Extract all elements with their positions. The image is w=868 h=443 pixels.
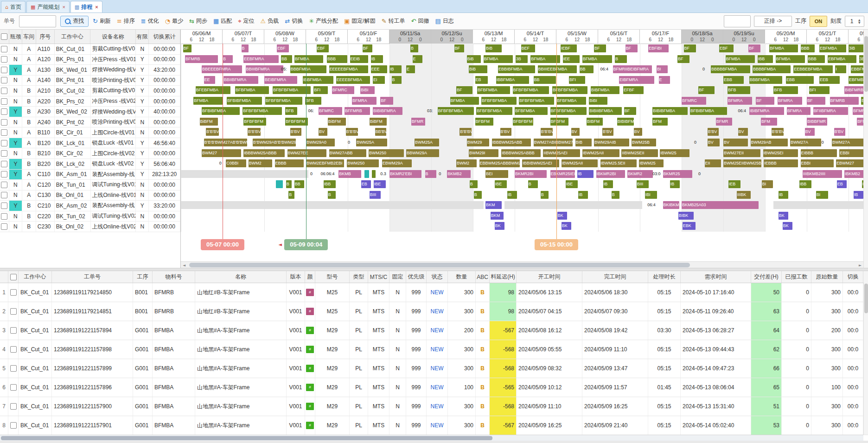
gantt-bar[interactable]: EBFiBI bbox=[648, 44, 669, 52]
gantt-bar[interactable]: BFMRA bbox=[787, 107, 811, 115]
gantt-bar[interactable]: BWM29AB bbox=[751, 139, 788, 146]
gantt-bar[interactable]: B bbox=[615, 55, 627, 63]
gantt-bar[interactable]: BK bbox=[557, 212, 568, 220]
gantt-bar[interactable]: IIBWM25EII bbox=[621, 149, 657, 157]
gantt-bar[interactable]: BBB bbox=[327, 55, 347, 63]
gantt-bar[interactable]: BF bbox=[684, 44, 696, 52]
gantt-bar[interactable]: BFMRC bbox=[332, 86, 355, 94]
gantt-bar[interactable]: BFBFMBA bbox=[556, 97, 586, 105]
gantt-bar[interactable]: IEE bbox=[563, 55, 580, 63]
gantt-bar[interactable]: BFBFBFMBA bbox=[476, 107, 512, 115]
gantt-bar[interactable]: BFMRA bbox=[728, 97, 752, 105]
machine-row[interactable]: NAA120BK_Prs_01冲压Press -线V01Y00:00:00 bbox=[0, 55, 180, 65]
table-row[interactable]: 4BK_Cut_011236891191221157898G001BFMBA山地… bbox=[0, 340, 868, 359]
machine-row[interactable]: YBB220BK_Lck_02锁盘Luck -线V02Y56:06:40 bbox=[0, 159, 180, 170]
gantt-bar[interactable]: BBIIIEEBFMBA bbox=[538, 65, 577, 73]
gantt-bar[interactable]: BiBFM bbox=[328, 118, 346, 126]
machine-row[interactable]: YAC110BK_Asm_01装配Assembly-线Y282:13:20 bbox=[0, 170, 180, 180]
gantt-bar[interactable]: BWM25B bbox=[632, 139, 656, 146]
gantt-bar[interactable]: BFMR bbox=[853, 107, 863, 115]
detail-v-scrollbar-thumb[interactable] bbox=[864, 284, 868, 313]
gantt-bar[interactable]: BFBFBFMBA bbox=[552, 86, 587, 94]
gantt-bar[interactable]: BI bbox=[762, 180, 773, 188]
gantt-bar[interactable]: BK bbox=[779, 212, 789, 220]
gantt-bar[interactable]: BFMRC bbox=[682, 97, 706, 105]
gantt-v-scrollbar-thumb[interactable] bbox=[864, 36, 868, 92]
gantt-bar[interactable]: BiBI bbox=[589, 97, 607, 105]
toolbar-right-input[interactable] bbox=[724, 15, 751, 27]
gantt-bar[interactable]: E bbox=[406, 65, 415, 73]
machine-row[interactable]: NBC220BK_Tun_02调试Tuning-线V02N00:00:00 bbox=[0, 211, 180, 222]
row-checkbox[interactable] bbox=[10, 327, 17, 334]
gantt-bar[interactable]: BI bbox=[816, 191, 828, 199]
gantt-bar[interactable]: EBBB bbox=[275, 159, 304, 167]
gantt-bar[interactable] bbox=[364, 170, 369, 178]
gantt-bar[interactable]: BFI bbox=[313, 86, 328, 94]
gantt-bar[interactable]: BBBFMBA bbox=[749, 76, 782, 84]
gantt-bar[interactable]: BIBBFMR bbox=[807, 118, 827, 126]
row-checkbox[interactable] bbox=[1, 140, 7, 146]
gantt-bar[interactable]: B'B'BV bbox=[772, 128, 784, 136]
gantt-bar[interactable]: EBBI bbox=[839, 149, 863, 157]
gantt-bar[interactable]: B bbox=[528, 180, 538, 188]
gantt-bar[interactable]: BFBFM bbox=[475, 118, 494, 126]
gantt-bar[interactable]: B bbox=[328, 191, 336, 199]
gantt-bar[interactable]: BWM250 bbox=[347, 159, 379, 167]
gantt-bar[interactable]: IBKMR2BI bbox=[596, 170, 625, 178]
row-checkbox[interactable] bbox=[10, 346, 17, 353]
gantt-bar[interactable]: BFMBA bbox=[484, 55, 513, 63]
gantt-bar[interactable]: BFMBA bbox=[726, 55, 755, 63]
gantt-bar[interactable]: B bbox=[286, 180, 292, 188]
gantt-bar[interactable]: BEF bbox=[521, 44, 536, 52]
gantt-bar[interactable]: IB bbox=[603, 180, 613, 188]
gantt-bar[interactable]: BFMRB bbox=[185, 55, 218, 63]
gantt-bar[interactable]: BKMB bbox=[338, 170, 361, 178]
row-checkbox[interactable] bbox=[1, 182, 7, 188]
gantt-bar[interactable]: BIBIBFMRA bbox=[373, 107, 402, 115]
machine-row[interactable]: NAB110BK_Cir_01上围Circle-线V01N00:00:00 bbox=[0, 127, 180, 138]
toolbar-button-排序[interactable]: ≡排序 bbox=[117, 17, 135, 25]
gantt-bar[interactable]: BIBIBFM bbox=[617, 118, 634, 126]
gantt-bar[interactable]: BF bbox=[625, 44, 638, 52]
gantt-bar[interactable]: BFBFMBA bbox=[235, 86, 269, 94]
gantt-bar[interactable]: 3B bbox=[859, 55, 864, 63]
detail-v-scrollbar[interactable] bbox=[863, 283, 868, 435]
gantt-bar[interactable]: BFMRC bbox=[319, 107, 342, 115]
row-checkbox[interactable] bbox=[1, 213, 7, 220]
gantt-bar[interactable]: BF bbox=[756, 97, 774, 105]
gantt-bar[interactable]: 3iB bbox=[849, 44, 863, 52]
gantt-bar[interactable]: E bbox=[659, 76, 670, 84]
gantt-bar[interactable]: BFMBA bbox=[294, 55, 323, 63]
toolbar-button-定位[interactable]: ⌖定位 bbox=[238, 17, 254, 25]
gantt-bar[interactable]: EB bbox=[475, 76, 488, 84]
gantt-bar[interactable] bbox=[276, 180, 283, 188]
gantt-bar[interactable]: BIB bbox=[575, 139, 592, 146]
toolbar-button-切换[interactable]: ⇄切换 bbox=[285, 17, 303, 25]
gantt-bar[interactable]: BFFMRB bbox=[345, 107, 370, 115]
gantt-bar[interactable]: BFM bbox=[857, 118, 863, 126]
gantt-bar[interactable]: BWM27ABB bbox=[329, 149, 366, 157]
gantt-bar[interactable]: BK bbox=[495, 222, 505, 230]
gantt-bar[interactable]: EEBBEBFMBA bbox=[793, 65, 833, 73]
gantt-bar[interactable]: EBBIBFMBA bbox=[498, 65, 535, 73]
gantt-bar[interactable]: IBKMB2 bbox=[844, 170, 863, 178]
gantt-bar[interactable]: IBE bbox=[566, 180, 578, 188]
gantt-bar[interactable]: B'B'BV bbox=[346, 128, 358, 136]
gantt-bar[interactable]: BFBIBFMBA bbox=[227, 97, 262, 105]
row-checkbox[interactable] bbox=[1, 56, 7, 63]
gantt-bar[interactable]: EEIB bbox=[350, 55, 369, 63]
gantt-bar[interactable]: BB bbox=[294, 180, 305, 188]
gantt-bar[interactable]: BWM2 bbox=[249, 159, 272, 167]
gantt-bar[interactable]: BK bbox=[562, 222, 572, 230]
gantt-bar[interactable]: BWM29I bbox=[469, 149, 498, 157]
gantt-bar[interactable]: B'BV bbox=[500, 128, 511, 136]
gantt-bar[interactable]: BFBFMBA bbox=[477, 86, 510, 94]
gantt-bar[interactable]: BFM bbox=[652, 118, 668, 126]
toolbar-button-同步[interactable]: ⇆同步 bbox=[189, 17, 207, 25]
gantt-v-scrollbar[interactable] bbox=[863, 30, 868, 268]
row-checkbox[interactable] bbox=[1, 67, 7, 73]
gantt-bar[interactable]: BF bbox=[807, 97, 825, 105]
gantt-bar[interactable]: BKM bbox=[485, 201, 502, 209]
gantt-bar[interactable]: B'B'BV bbox=[206, 128, 219, 136]
gantt-bar[interactable]: BF bbox=[748, 44, 760, 52]
